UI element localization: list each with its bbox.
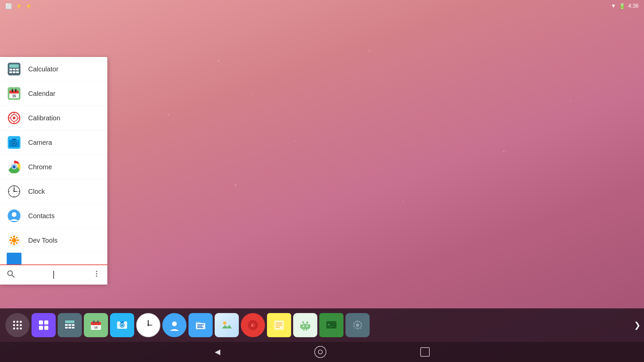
taskbar-terminal[interactable]: >_ xyxy=(319,313,343,337)
taskbar-calculator[interactable] xyxy=(58,313,82,337)
svg-point-45 xyxy=(13,243,15,245)
taskbar-screenshot[interactable] xyxy=(110,313,134,337)
svg-text:♪: ♪ xyxy=(251,322,254,327)
svg-point-63 xyxy=(13,327,15,329)
svg-rect-6 xyxy=(13,71,15,73)
drawer-search-bar xyxy=(0,264,107,285)
taskbar-all-apps[interactable] xyxy=(5,313,30,337)
camera-icon xyxy=(7,135,21,150)
app-item-devtools[interactable]: Dev Tools xyxy=(0,228,107,253)
clock-time: 4:36 xyxy=(628,3,639,9)
contacts-icon xyxy=(7,208,21,223)
app-item-calibration[interactable]: Calibration xyxy=(0,106,107,130)
svg-rect-4 xyxy=(16,69,19,70)
app-name-contacts: Contacts xyxy=(28,212,55,220)
svg-rect-92 xyxy=(197,324,204,325)
taskbar-notes[interactable] xyxy=(267,313,291,337)
svg-rect-2 xyxy=(9,69,12,70)
svg-text:15: 15 xyxy=(94,326,98,329)
svg-point-25 xyxy=(13,142,15,144)
app-name-calendar: Calendar xyxy=(28,90,55,98)
svg-point-65 xyxy=(20,327,22,329)
svg-point-44 xyxy=(13,236,15,238)
app-item-camera[interactable]: Camera xyxy=(0,130,107,155)
svg-rect-11 xyxy=(12,89,13,92)
svg-rect-75 xyxy=(68,327,71,328)
calculator-icon xyxy=(7,62,21,76)
taskbar: 15 xyxy=(0,308,644,342)
app-item-calendar[interactable]: 15 Calendar xyxy=(0,81,107,106)
svg-point-55 xyxy=(96,273,97,275)
svg-point-43 xyxy=(12,238,16,243)
svg-point-30 xyxy=(12,165,16,169)
svg-point-110 xyxy=(306,325,308,327)
taskbar-settings[interactable] xyxy=(345,313,370,337)
svg-rect-105 xyxy=(300,324,302,328)
display-icon: ⬜ xyxy=(5,3,12,9)
app-drawer: Calculator 15 Calendar xyxy=(0,57,107,285)
svg-point-49 xyxy=(16,237,18,239)
svg-rect-94 xyxy=(197,327,203,328)
home-button[interactable] xyxy=(314,346,326,358)
svg-rect-93 xyxy=(197,326,202,326)
svg-rect-76 xyxy=(72,327,74,328)
taskbar-android[interactable] xyxy=(293,313,317,337)
more-options-button[interactable] xyxy=(93,270,101,280)
svg-point-61 xyxy=(16,324,18,326)
svg-rect-71 xyxy=(65,324,68,326)
svg-point-57 xyxy=(13,321,15,323)
back-button[interactable]: ◀ xyxy=(215,348,220,356)
taskbar-contacts[interactable] xyxy=(162,313,186,337)
recents-button[interactable] xyxy=(420,347,430,357)
svg-point-62 xyxy=(20,324,22,326)
partial-app-icon xyxy=(7,253,21,264)
svg-point-36 xyxy=(14,196,15,197)
app-item-contacts[interactable]: Contacts xyxy=(0,204,107,228)
svg-line-53 xyxy=(12,275,14,278)
svg-point-48 xyxy=(11,237,12,239)
app-name-clock: Clock xyxy=(28,188,45,195)
svg-point-54 xyxy=(96,271,97,272)
svg-point-91 xyxy=(172,321,177,326)
svg-point-16 xyxy=(13,117,15,119)
app-name-calibration: Calibration xyxy=(28,114,60,122)
svg-rect-68 xyxy=(39,326,43,330)
svg-point-38 xyxy=(19,191,20,192)
calendar-icon: 15 xyxy=(7,86,21,101)
taskbar-clock[interactable] xyxy=(136,313,160,337)
taskbar-photos[interactable] xyxy=(215,313,239,337)
svg-rect-3 xyxy=(13,69,15,70)
svg-rect-72 xyxy=(68,324,71,326)
search-button[interactable] xyxy=(7,270,15,280)
taskbar-grid-view[interactable] xyxy=(32,313,56,337)
taskbar-arrow[interactable]: ❯ xyxy=(634,320,644,330)
app-name-calculator: Calculator xyxy=(28,65,58,73)
svg-point-47 xyxy=(17,239,19,241)
svg-rect-86 xyxy=(120,321,124,323)
svg-rect-1 xyxy=(9,64,19,68)
nav-bar: ◀ xyxy=(0,342,644,362)
svg-point-50 xyxy=(11,242,12,244)
taskbar-music[interactable]: ♪ xyxy=(241,313,265,337)
svg-rect-79 xyxy=(93,320,95,323)
app-item-chrome[interactable]: Chrome xyxy=(0,155,107,179)
app-name-camera: Camera xyxy=(28,139,52,146)
svg-point-37 xyxy=(9,191,10,192)
svg-rect-67 xyxy=(44,320,48,324)
wifi-icon: ▼ xyxy=(611,3,616,9)
svg-point-95 xyxy=(223,321,226,325)
svg-point-40 xyxy=(12,212,16,217)
app-item-clock[interactable]: Clock xyxy=(0,179,107,204)
app-item-partial[interactable] xyxy=(0,253,107,264)
svg-rect-7 xyxy=(16,71,19,73)
search-cursor xyxy=(53,271,54,279)
taskbar-apps: 15 xyxy=(0,313,634,337)
svg-point-109 xyxy=(303,325,304,327)
app-item-calculator[interactable]: Calculator xyxy=(0,57,107,81)
svg-rect-5 xyxy=(9,71,12,73)
svg-rect-70 xyxy=(65,320,74,323)
svg-rect-115 xyxy=(326,328,336,330)
taskbar-files[interactable] xyxy=(189,313,213,337)
taskbar-calendar[interactable]: 15 xyxy=(84,313,108,337)
svg-rect-107 xyxy=(303,329,305,331)
